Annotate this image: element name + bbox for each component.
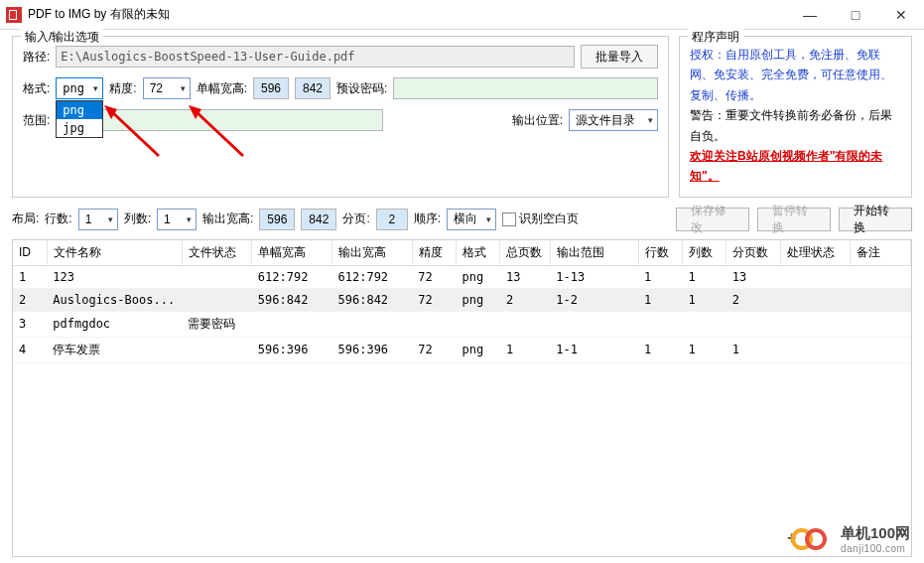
- out-wh-label: 输出宽高:: [202, 211, 253, 227]
- rows-label: 行数:: [45, 211, 71, 227]
- single-height[interactable]: 842: [295, 77, 330, 99]
- col-header[interactable]: 总页数: [500, 240, 550, 266]
- window-title: PDF to IMG by 有限的未知: [28, 6, 170, 23]
- table-row[interactable]: 4停车发票596:396596:39672png11-1111: [13, 337, 911, 362]
- table-cell: 1: [638, 265, 682, 288]
- table-row[interactable]: 1123612:792612:79272png131-131113: [13, 265, 911, 288]
- table-cell: [252, 311, 332, 337]
- format-select[interactable]: png ▾ png jpg: [56, 77, 103, 99]
- format-value: png: [63, 81, 84, 95]
- chevron-down-icon: ▾: [93, 83, 98, 93]
- output-pos-select[interactable]: 源文件目录 ▾: [569, 109, 658, 131]
- rows-select[interactable]: 1▾: [78, 209, 118, 230]
- start-button[interactable]: 开始转换: [839, 208, 912, 231]
- table-cell: [726, 311, 780, 337]
- output-pos-label: 输出位置:: [512, 112, 563, 129]
- single-wh-label: 单幅宽高:: [197, 80, 247, 97]
- layout-label: 布局:: [12, 211, 39, 227]
- out-width[interactable]: 596: [259, 209, 295, 230]
- path-label: 路径:: [23, 49, 50, 66]
- col-header[interactable]: 精度: [412, 240, 456, 266]
- detect-blank-checkbox[interactable]: 识别空白页: [502, 211, 579, 227]
- minimize-button[interactable]: —: [787, 0, 833, 30]
- watermark-sub: danji100.com: [841, 543, 910, 554]
- table-cell: 1: [726, 337, 780, 362]
- table-row[interactable]: 3pdfmgdoc需要密码: [13, 311, 911, 337]
- table-cell: [851, 337, 911, 362]
- table-cell: 1: [638, 288, 682, 311]
- table-cell: 2: [726, 288, 780, 311]
- table-cell: [638, 311, 682, 337]
- table-cell: [780, 265, 851, 288]
- watermark: + 单机100网 danji100.com: [791, 523, 910, 555]
- app-icon: [6, 7, 22, 23]
- pause-button: 暂停转换: [757, 208, 831, 231]
- io-legend: 输入/输出选项: [21, 29, 103, 46]
- dpi-select[interactable]: 72 ▾: [143, 77, 191, 99]
- table-cell: [182, 265, 252, 288]
- table-cell: [550, 311, 638, 337]
- chevron-down-icon: ▾: [108, 214, 113, 224]
- col-header[interactable]: 列数: [682, 240, 726, 266]
- page-label: 分页:: [342, 211, 369, 227]
- col-header[interactable]: 文件状态: [182, 240, 252, 266]
- order-select[interactable]: 横向▾: [447, 209, 496, 230]
- table-cell: 1: [500, 337, 550, 362]
- col-header[interactable]: 文件名称: [47, 240, 182, 266]
- titlebar: PDF to IMG by 有限的未知 — □ ✕: [0, 0, 924, 30]
- about-line1: 授权：自用原创工具，免注册、免联网、免安装、完全免费，可任意使用、复制、传播。: [690, 48, 892, 102]
- col-header[interactable]: ID: [13, 240, 47, 266]
- out-height[interactable]: 842: [301, 209, 336, 230]
- table-cell: [851, 311, 911, 337]
- file-table[interactable]: ID文件名称文件状态单幅宽高输出宽高精度格式总页数输出范围行数列数分页数处理状态…: [12, 239, 912, 557]
- maximize-button[interactable]: □: [833, 0, 878, 30]
- preset-pwd-label: 预设密码:: [336, 80, 387, 97]
- col-header[interactable]: 处理状态: [780, 240, 851, 266]
- col-header[interactable]: 格式: [457, 240, 500, 266]
- table-cell: 1: [682, 265, 726, 288]
- table-cell: [412, 311, 456, 337]
- table-cell: Auslogics-Boos...: [47, 288, 182, 311]
- table-cell: 需要密码: [182, 311, 252, 337]
- table-row[interactable]: 2Auslogics-Boos...596:842596:84272png21-…: [13, 288, 911, 311]
- table-cell: pdfmgdoc: [47, 311, 182, 337]
- path-input[interactable]: [56, 46, 575, 68]
- table-cell: 1-2: [550, 288, 638, 311]
- col-header[interactable]: 单幅宽高: [252, 240, 332, 266]
- table-cell: 72: [412, 288, 456, 311]
- table-cell: png: [457, 265, 500, 288]
- preset-pwd-input[interactable]: [393, 77, 658, 99]
- format-label: 格式:: [23, 80, 50, 97]
- format-option-jpg[interactable]: jpg: [57, 119, 102, 137]
- single-width[interactable]: 596: [253, 77, 289, 99]
- range-input[interactable]: [56, 109, 383, 131]
- col-header[interactable]: 分页数: [726, 240, 780, 266]
- table-cell: [780, 311, 851, 337]
- cols-select[interactable]: 1▾: [157, 209, 197, 230]
- batch-import-button[interactable]: 批量导入: [581, 45, 658, 69]
- table-cell: 2: [500, 288, 550, 311]
- table-cell: 13: [500, 265, 550, 288]
- col-header[interactable]: 输出范围: [550, 240, 638, 266]
- table-cell: png: [457, 288, 500, 311]
- about-line2: 警告：重要文件转换前务必备份，后果自负。: [690, 108, 892, 142]
- table-cell: 停车发票: [47, 337, 182, 362]
- table-cell: 2: [13, 288, 47, 311]
- table-cell: 1: [13, 265, 47, 288]
- chevron-down-icon: ▾: [187, 214, 192, 224]
- chevron-down-icon: ▾: [648, 115, 653, 125]
- close-button[interactable]: ✕: [878, 0, 924, 30]
- table-cell: [780, 337, 851, 362]
- table-cell: [457, 311, 500, 337]
- col-header[interactable]: 输出宽高: [332, 240, 413, 266]
- col-header[interactable]: 备注: [851, 240, 911, 266]
- table-cell: 596:396: [252, 337, 332, 362]
- about-group: 程序声明 授权：自用原创工具，免注册、免联网、免安装、完全免费，可任意使用、复制…: [679, 36, 912, 198]
- page-value: 2: [376, 209, 408, 230]
- table-cell: 1: [682, 288, 726, 311]
- format-option-png[interactable]: png: [57, 101, 102, 119]
- output-pos-value: 源文件目录: [576, 112, 635, 129]
- about-link[interactable]: 欢迎关注B站原创视频作者"有限的未知"。: [690, 149, 882, 183]
- table-cell: 72: [412, 265, 456, 288]
- col-header[interactable]: 行数: [638, 240, 682, 266]
